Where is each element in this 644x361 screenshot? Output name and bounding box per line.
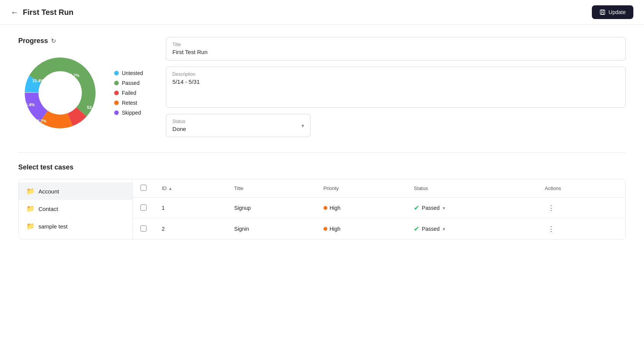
svg-text:53.8%: 53.8% xyxy=(87,105,99,110)
test-cases-section: Select test cases 📁 Account 📁 Contact 📁 … xyxy=(18,163,626,240)
status-dropdown-icon[interactable]: ▾ xyxy=(443,226,445,232)
row-title: Signup xyxy=(226,198,316,219)
row-checkbox-cell xyxy=(133,198,154,219)
th-priority: Priority xyxy=(316,179,406,198)
header: ← First Test Run Update xyxy=(0,0,644,25)
progress-section: Progress ↻ xyxy=(18,37,626,137)
svg-text:7.7%: 7.7% xyxy=(70,73,79,78)
donut-chart: 7.7% 53.8% 7.7% 15.4% 15.4% xyxy=(18,51,102,135)
priority-dot xyxy=(324,206,327,210)
table-row: 2 Signin High ✔ Passed ▾ ⋮ xyxy=(133,219,625,240)
legend-retest: Retest xyxy=(114,100,143,106)
row-status: ✔ Passed ▾ xyxy=(406,198,537,219)
row-status: ✔ Passed ▾ xyxy=(406,219,537,240)
status-value: Done xyxy=(172,126,186,132)
section-divider xyxy=(18,152,626,153)
legend-passed-label: Passed xyxy=(122,80,140,86)
actions-menu-button[interactable]: ⋮ xyxy=(545,203,558,213)
passed-dot xyxy=(114,81,119,85)
row-priority: High xyxy=(316,198,406,219)
back-button[interactable]: ← xyxy=(11,8,18,17)
select-all-checkbox[interactable] xyxy=(140,185,147,191)
svg-text:15.4%: 15.4% xyxy=(23,102,35,107)
description-field: Description 5/14 - 5/31 xyxy=(166,67,626,108)
retest-dot xyxy=(114,101,119,105)
row-actions: ⋮ xyxy=(537,219,625,240)
description-input[interactable]: 5/14 - 5/31 xyxy=(172,78,619,101)
test-cases-sidebar: 📁 Account 📁 Contact 📁 sample test xyxy=(19,179,133,239)
sidebar-label-contact: Contact xyxy=(38,206,58,212)
th-status: Status xyxy=(406,179,537,198)
legend-failed: Failed xyxy=(114,90,143,96)
row-actions: ⋮ xyxy=(537,198,625,219)
legend-untested: Untested xyxy=(114,70,143,76)
progress-left: Progress ↻ xyxy=(18,37,143,135)
sidebar-label-sample-test: sample test xyxy=(38,223,68,230)
status-dropdown-icon[interactable]: ▾ xyxy=(443,205,445,211)
sidebar-label-account: Account xyxy=(38,188,59,195)
failed-dot xyxy=(114,91,119,95)
test-cases-layout: 📁 Account 📁 Contact 📁 sample test xyxy=(18,179,626,240)
title-input[interactable] xyxy=(172,49,619,55)
status-text: Passed xyxy=(422,205,440,211)
update-button[interactable]: Update xyxy=(592,5,633,19)
page-title: First Test Run xyxy=(23,8,73,17)
progress-form: Title Description 5/14 - 5/31 Status Don… xyxy=(166,37,626,137)
status-text: Passed xyxy=(422,226,440,232)
row-priority: High xyxy=(316,219,406,240)
description-label: Description xyxy=(172,72,619,77)
status-check-icon: ✔ xyxy=(414,204,419,212)
legend-skipped: Skipped xyxy=(114,110,143,116)
th-actions: Actions xyxy=(537,179,625,198)
priority-label: High xyxy=(330,205,341,211)
test-cases-title: Select test cases xyxy=(18,163,626,171)
progress-header: Progress ↻ xyxy=(18,37,143,45)
status-dropdown-field[interactable]: Status Done ▾ xyxy=(166,114,311,137)
row-title: Signin xyxy=(226,219,316,240)
test-cases-table-area: ID ▲ Title Priority Status Actions xyxy=(133,179,625,239)
legend-failed-label: Failed xyxy=(122,90,136,96)
progress-title: Progress xyxy=(18,37,48,45)
folder-icon-contact: 📁 xyxy=(26,204,35,213)
header-left: ← First Test Run xyxy=(11,8,73,17)
legend-passed: Passed xyxy=(114,80,143,86)
untested-dot xyxy=(114,71,119,75)
th-checkbox xyxy=(133,179,154,198)
priority-dot xyxy=(324,227,327,231)
row-checkbox-0[interactable] xyxy=(140,204,147,211)
title-label: Title xyxy=(172,42,619,47)
th-id: ID ▲ xyxy=(154,179,226,198)
row-id: 2 xyxy=(154,219,226,240)
chart-legend: Untested Passed Failed Retest xyxy=(114,70,143,116)
main-content: Progress ↻ xyxy=(0,25,644,252)
legend-untested-label: Untested xyxy=(122,70,143,76)
refresh-icon[interactable]: ↻ xyxy=(51,37,56,45)
table-row: 1 Signup High ✔ Passed ▾ ⋮ xyxy=(133,198,625,219)
test-cases-table: ID ▲ Title Priority Status Actions xyxy=(133,179,625,239)
th-title: Title xyxy=(226,179,316,198)
chevron-down-icon: ▾ xyxy=(301,123,304,129)
row-checkbox-1[interactable] xyxy=(140,225,147,232)
sidebar-item-sample-test[interactable]: 📁 sample test xyxy=(19,217,132,235)
status-label: Status xyxy=(172,119,186,124)
sidebar-item-account[interactable]: 📁 Account xyxy=(19,182,132,200)
sidebar-item-contact[interactable]: 📁 Contact xyxy=(19,200,132,217)
folder-icon-account: 📁 xyxy=(26,187,35,195)
skipped-dot xyxy=(114,110,119,115)
title-field: Title xyxy=(166,37,626,61)
actions-menu-button[interactable]: ⋮ xyxy=(545,224,558,234)
save-icon xyxy=(599,9,606,15)
svg-text:15.4%: 15.4% xyxy=(32,78,44,83)
legend-skipped-label: Skipped xyxy=(122,110,141,116)
priority-label: High xyxy=(330,226,341,232)
svg-text:7.7%: 7.7% xyxy=(37,119,46,123)
table-header-row: ID ▲ Title Priority Status Actions xyxy=(133,179,625,198)
row-id: 1 xyxy=(154,198,226,219)
status-check-icon: ✔ xyxy=(414,225,419,233)
row-checkbox-cell xyxy=(133,219,154,240)
folder-icon-sample-test: 📁 xyxy=(26,222,35,230)
legend-retest-label: Retest xyxy=(122,100,137,106)
sort-icon[interactable]: ▲ xyxy=(168,186,172,191)
